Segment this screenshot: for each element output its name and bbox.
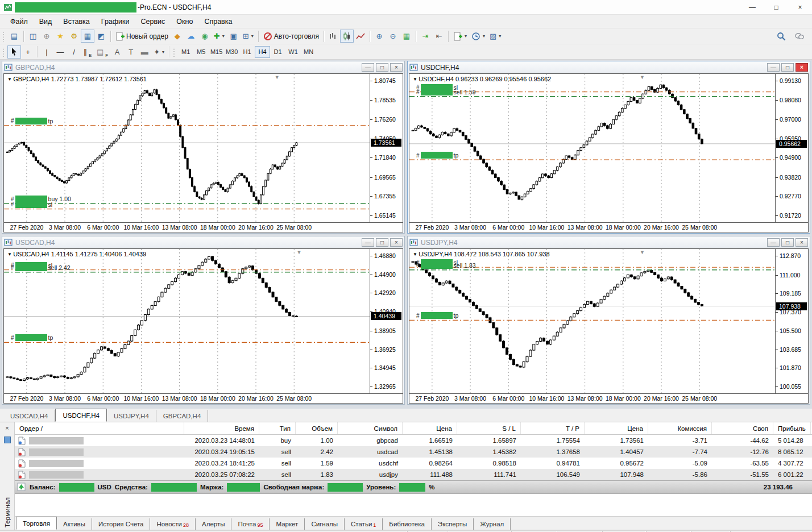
time-axis[interactable]: 27 Feb 20203 Mar 08:006 Mar 00:0010 Mar … — [3, 394, 403, 404]
price-scale[interactable]: 112.870111.000109.185107.370105.500103.6… — [776, 248, 809, 394]
chart-restore-button[interactable]: □ — [781, 63, 794, 72]
metaeditor-icon[interactable]: ◆ — [171, 30, 184, 43]
timeframe-m1[interactable]: M1 — [178, 46, 193, 58]
menu-сервис[interactable]: Сервис — [135, 16, 171, 27]
close-order-icon[interactable]: ✕ — [808, 472, 812, 478]
new-order-button[interactable]: Новый ордер — [113, 30, 171, 43]
terminal-tab-торговля[interactable]: Торговля — [16, 517, 57, 530]
minimize-button[interactable]: — — [740, 0, 764, 14]
column-header-11[interactable]: Прибыль — [773, 422, 811, 434]
time-axis[interactable]: 27 Feb 20203 Mar 08:006 Mar 00:0010 Mar … — [409, 394, 809, 404]
terminal-tab-сигналы[interactable]: Сигналы — [305, 518, 345, 530]
menu-графики[interactable]: Графики — [96, 16, 135, 27]
zoom-out-icon[interactable]: ⊖ — [386, 30, 400, 43]
timeframe-mn[interactable]: MN — [301, 46, 316, 58]
cascade-windows-icon[interactable]: ▣ — [227, 30, 241, 43]
menu-справка[interactable]: Справка — [198, 16, 238, 27]
chart-window-titlebar[interactable]: GBPCAD,H4—□× — [2, 61, 404, 73]
cursor-icon[interactable] — [7, 45, 21, 59]
time-axis[interactable]: 27 Feb 20203 Mar 08:006 Mar 00:0010 Mar … — [3, 223, 403, 232]
toolbar-grip[interactable] — [3, 47, 6, 57]
terminal-tab-алерты[interactable]: Алерты — [196, 518, 231, 530]
chart-window-titlebar[interactable]: USDJPY,H4—□× — [408, 236, 810, 248]
chart-window-titlebar[interactable]: USDCHF,H4—□× — [408, 61, 810, 73]
chart-shift-icon[interactable]: ⇤ — [432, 30, 446, 43]
new-chart-icon[interactable]: ▤ — [7, 30, 21, 43]
terminal-tab-эксперты[interactable]: Эксперты — [432, 518, 474, 530]
equidistant-channel-icon[interactable]: ∥E — [81, 45, 94, 59]
column-header-1[interactable]: Время — [184, 422, 259, 434]
arrange-windows-icon[interactable]: ▦ — [400, 30, 413, 43]
line-chart-icon[interactable] — [354, 30, 367, 43]
tile-windows-icon[interactable]: ⊞▾ — [241, 30, 256, 43]
terminal-tab-новости[interactable]: Новости28 — [150, 518, 196, 530]
chart-minimize-button[interactable]: — — [767, 63, 780, 72]
toolbar-grip[interactable] — [3, 31, 6, 41]
close-order-icon[interactable]: ✕ — [808, 460, 812, 467]
menu-файл[interactable]: Файл — [5, 16, 34, 27]
periods-icon[interactable]: ▾ — [469, 30, 487, 43]
chart-plot-usdjpy[interactable]: #sl#sell 1.83#tp▼ USDJPY,H4 108.472 108.… — [409, 248, 776, 394]
chart-close-button[interactable]: × — [390, 238, 403, 247]
profiles-icon[interactable]: ◫ — [26, 30, 40, 43]
chart-close-button[interactable]: × — [390, 63, 403, 72]
order-row-usdcad[interactable]: 2020.03.24 19:05:15sell2.42usdcad1.45138… — [15, 446, 812, 458]
timeframe-m30[interactable]: M30 — [224, 46, 239, 58]
order-row-usdjpy[interactable]: 2020.03.25 07:08:22sell1.83usdjpy111.488… — [15, 469, 812, 480]
time-axis[interactable]: 27 Feb 20203 Mar 08:006 Mar 00:0010 Mar … — [409, 223, 809, 232]
trendline-icon[interactable]: / — [67, 45, 81, 59]
chart-minimize-button[interactable]: — — [362, 238, 374, 247]
chart-minimize-button[interactable]: — — [362, 63, 374, 72]
chart-plot-usdcad[interactable]: #sl#sell 2.42#tp▼ USDCAD,H4 1.41145 1.41… — [3, 248, 370, 394]
menu-вид[interactable]: Вид — [34, 16, 58, 27]
timeframe-m15[interactable]: M15 — [209, 46, 224, 58]
text-label-icon[interactable]: T — [124, 45, 138, 59]
bar-chart-icon[interactable] — [326, 30, 340, 43]
chart-window-titlebar[interactable]: USDCAD,H4—□× — [2, 236, 404, 248]
column-header-7[interactable]: T / P — [521, 422, 585, 434]
order-row-gbpcad[interactable]: 2020.03.23 14:48:01buy1.00gbpcad1.665191… — [15, 435, 812, 446]
close-order-icon[interactable]: ✕ — [808, 449, 812, 455]
maximize-button[interactable]: □ — [764, 0, 788, 14]
market-watch-icon[interactable]: ⊕ — [40, 30, 53, 43]
auto-scroll-icon[interactable]: ⇥ — [419, 30, 432, 43]
chart-tab-usdchfh4[interactable]: USDCHF,H4 — [55, 409, 107, 422]
column-header-9[interactable]: Комиссия — [648, 422, 712, 434]
price-scale[interactable]: 1.807451.785351.762601.740501.718401.695… — [370, 73, 403, 223]
chart-plot-gbpcad[interactable]: #tp#buy 1.00#sl▼ GBPCAD,H4 1.72773 1.739… — [3, 73, 370, 223]
chart-close-button[interactable]: × — [796, 238, 808, 247]
terminal-tab-маркет[interactable]: Маркет — [270, 518, 305, 530]
chart-tab-usdcadh4[interactable]: USDCAD,H4 — [3, 410, 55, 422]
column-header-3[interactable]: Объем — [296, 422, 338, 434]
templates-icon[interactable]: ▨▾ — [487, 30, 503, 43]
vertical-line-icon[interactable]: | — [40, 45, 53, 59]
terminal-tab-история-счета[interactable]: История Счета — [92, 518, 151, 530]
indicators-list-icon[interactable]: ▾ — [451, 30, 469, 43]
add-indicator-icon[interactable]: ✚▾ — [212, 30, 227, 43]
terminal-tab-почта[interactable]: Почта95 — [231, 518, 270, 530]
candlestick-chart-icon[interactable] — [340, 30, 354, 43]
chart-restore-button[interactable]: □ — [781, 238, 794, 247]
column-header-0[interactable]: Ордер / — [15, 422, 184, 434]
chart-restore-button[interactable]: □ — [376, 63, 388, 72]
community-icon[interactable]: ☁ — [184, 30, 198, 43]
arrows-icon[interactable]: ✦▾ — [151, 45, 167, 59]
strategy-tester-icon[interactable]: ◩ — [94, 30, 108, 43]
fibonacci-icon[interactable]: ▤F — [94, 45, 110, 59]
terminal-tab-библиотека[interactable]: Библиотека — [383, 518, 432, 530]
column-header-5[interactable]: Цена — [403, 422, 457, 434]
menu-вставка[interactable]: Вставка — [57, 16, 95, 27]
text-icon[interactable]: A — [110, 45, 124, 59]
timeframe-w1[interactable]: W1 — [285, 46, 301, 58]
column-header-10[interactable]: Своп — [712, 422, 773, 434]
terminal-tab-статьи[interactable]: Статьи1 — [345, 518, 383, 530]
column-header-6[interactable]: S / L — [457, 422, 521, 434]
autotrading-button[interactable]: Авто-торговля — [261, 30, 321, 43]
price-scale[interactable]: 1.468801.449001.429201.409401.389051.369… — [370, 248, 403, 394]
timeframe-h4[interactable]: H4 — [255, 46, 270, 58]
zoom-in-icon[interactable]: ⊕ — [372, 30, 386, 43]
column-header-8[interactable]: Цена — [585, 422, 648, 434]
menu-окно[interactable]: Окно — [171, 16, 198, 27]
toolbar-grip[interactable] — [173, 47, 176, 57]
signals-icon[interactable]: ◉ — [198, 30, 212, 43]
